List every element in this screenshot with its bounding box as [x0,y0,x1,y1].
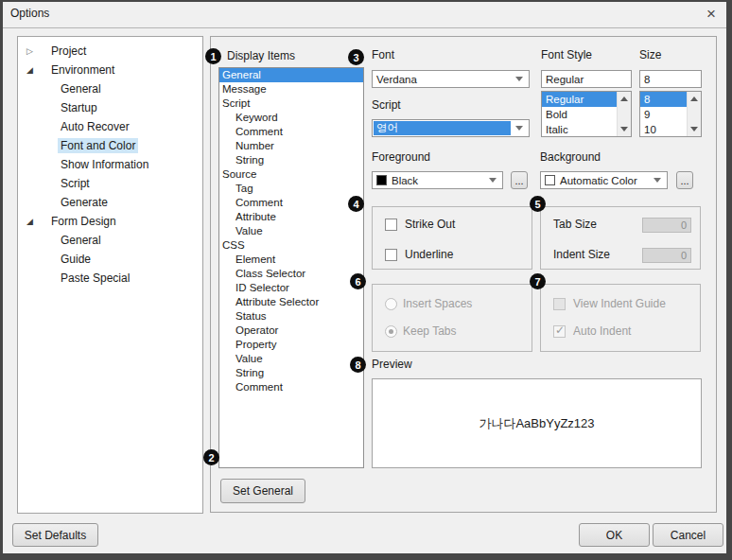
display-item-message[interactable]: Message [219,82,363,96]
badge-6: 6 [350,273,366,289]
keep-tabs-option[interactable]: Keep Tabs [385,324,457,338]
tree-item-general[interactable]: General [18,231,202,250]
font-style-scrollbar[interactable] [617,92,631,136]
set-defaults-button[interactable]: Set Defaults [12,523,98,547]
dropdown-arrow-icon[interactable] [511,126,528,131]
background-more-button[interactable]: ... [676,171,693,189]
tree-item-script[interactable]: Script [18,174,202,193]
chevron-collapsed-icon[interactable]: ▷ [26,46,48,56]
size-input[interactable]: 8 [639,70,702,88]
display-items-list[interactable]: GeneralMessageScriptKeywordCommentNumber… [218,67,364,468]
underline-option[interactable]: Underline [385,248,453,261]
close-icon[interactable]: × [702,4,721,25]
size-option-10[interactable]: 10 [640,122,687,137]
display-item-operator[interactable]: Operator [219,324,363,338]
display-item-class-selector[interactable]: Class Selector [219,267,363,281]
display-item-comment[interactable]: Comment [219,125,363,139]
auto-indent-label: Auto Indent [573,324,631,338]
indent-size-input[interactable]: 0 [642,248,691,263]
display-item-status[interactable]: Status [219,309,363,324]
font-style-input[interactable]: Regular [541,70,632,88]
underline-checkbox[interactable] [385,249,397,261]
display-item-id-selector[interactable]: ID Selector [219,281,363,295]
foreground-more-button[interactable]: ... [511,171,528,189]
size-list[interactable]: 8910 [639,91,702,137]
dropdown-arrow-icon[interactable] [511,77,528,81]
tab-size-input[interactable]: 0 [642,218,691,233]
display-item-string[interactable]: String [219,366,363,380]
scroll-up-icon[interactable] [690,96,698,101]
size-option-9[interactable]: 9 [640,107,687,122]
chevron-expanded-icon[interactable]: ◢ [26,217,48,226]
display-item-script[interactable]: Script [219,96,363,111]
preview-label: Preview [372,358,412,371]
dropdown-arrow-icon[interactable] [484,178,501,183]
tree-item-label: Script [58,176,93,191]
strike-out-checkbox[interactable] [385,219,397,231]
display-item-attribute-selector[interactable]: Attribute Selector [219,295,363,309]
display-item-value[interactable]: Value [219,224,363,238]
badge-5: 5 [530,196,546,212]
scroll-down-icon[interactable] [620,127,628,131]
background-combobox[interactable]: Automatic Color [540,171,668,189]
tree-item-form-design[interactable]: ◢Form Design [18,212,202,231]
insert-spaces-option[interactable]: Insert Spaces [385,297,472,310]
tree-item-label: Startup [58,100,100,115]
display-item-source[interactable]: Source [219,167,363,182]
scroll-up-icon[interactable] [620,96,628,101]
keep-tabs-radio[interactable] [385,325,397,338]
tree-item-project[interactable]: ▷Project [18,42,202,61]
display-item-element[interactable]: Element [219,253,363,267]
badge-4: 4 [348,196,364,212]
cancel-button[interactable]: Cancel [653,523,723,547]
background-swatch [545,175,555,185]
font-style-option-italic[interactable]: Italic [542,122,617,137]
font-label: Font [372,48,394,61]
tree-item-paste-special[interactable]: Paste Special [18,269,202,288]
display-item-keyword[interactable]: Keyword [219,111,363,125]
font-style-option-bold[interactable]: Bold [542,107,617,122]
ok-button[interactable]: OK [579,523,650,547]
tree-item-font-and-color[interactable]: Font and Color [18,136,202,155]
tree-item-label: General [58,81,104,96]
insert-spaces-radio[interactable] [385,298,397,310]
view-indent-guide-checkbox[interactable] [553,298,566,310]
tree-item-general[interactable]: General [18,79,202,98]
size-option-8[interactable]: 8 [640,92,687,107]
tree-item-show-information[interactable]: Show Information [18,155,202,174]
view-indent-guide-option[interactable]: View Indent Guide [553,297,666,310]
chevron-expanded-icon[interactable]: ◢ [26,65,48,75]
tree-item-label: Paste Special [58,271,132,286]
display-item-comment[interactable]: Comment [219,196,363,210]
tree-item-environment[interactable]: ◢Environment [18,61,202,79]
display-item-property[interactable]: Property [219,338,363,352]
font-style-list[interactable]: RegularBoldItalic [541,91,632,137]
strike-out-option[interactable]: Strike Out [385,218,455,231]
display-item-tag[interactable]: Tag [219,182,363,196]
badge-7: 7 [530,273,546,289]
font-style-option-regular[interactable]: Regular [542,92,617,107]
tree-item-generate[interactable]: Generate [18,193,202,212]
display-item-css[interactable]: CSS [219,238,363,253]
tree-item-auto-recover[interactable]: Auto Recover [18,117,202,136]
display-item-general[interactable]: General [219,68,363,82]
display-item-value[interactable]: Value [219,352,363,366]
foreground-combobox[interactable]: Black [372,171,503,189]
tree-item-guide[interactable]: Guide [18,250,202,269]
auto-indent-checkbox[interactable]: ✓ [553,325,566,338]
font-combobox[interactable]: Verdana [372,70,530,88]
auto-indent-option[interactable]: ✓ Auto Indent [553,324,631,338]
display-item-attribute[interactable]: Attribute [219,210,363,224]
category-tree: ▷Project◢EnvironmentGeneralStartupAuto R… [17,36,203,514]
set-general-button[interactable]: Set General [220,479,305,503]
display-item-string[interactable]: String [219,153,363,167]
badge-2: 2 [203,449,219,465]
title-bar[interactable]: Options × [0,0,732,28]
tree-item-startup[interactable]: Startup [18,98,202,117]
display-item-number[interactable]: Number [219,139,363,153]
script-combobox[interactable]: 영어 [372,119,530,137]
dropdown-arrow-icon[interactable] [649,178,666,183]
size-scrollbar[interactable] [687,92,701,136]
display-item-comment[interactable]: Comment [219,380,363,394]
scroll-down-icon[interactable] [690,127,698,131]
